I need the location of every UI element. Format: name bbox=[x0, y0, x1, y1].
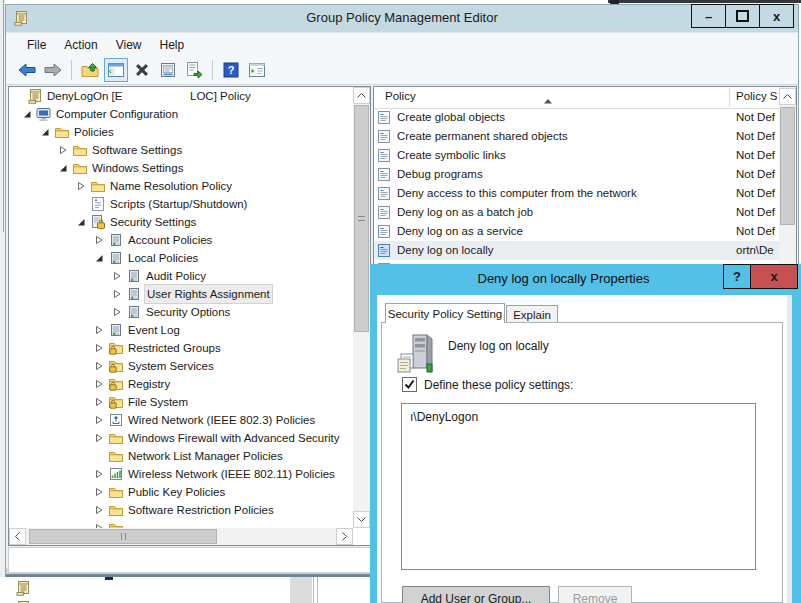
expand-collapsed-icon[interactable] bbox=[95, 325, 108, 335]
expand-collapsed-icon[interactable] bbox=[59, 145, 72, 155]
policy-row[interactable]: Debug programsNot Def bbox=[374, 165, 779, 184]
policy-row[interactable]: Deny log on as a batch jobNot Def bbox=[374, 203, 779, 222]
tree-item-label[interactable]: Security Options bbox=[144, 303, 232, 321]
tree-item-label[interactable]: Audit Policy bbox=[144, 267, 208, 285]
tree-item-label[interactable]: Registry bbox=[126, 375, 172, 393]
tree-item[interactable]: DenyLogOn [ELOC] Policy bbox=[9, 87, 353, 105]
expand-collapsed-icon[interactable] bbox=[95, 505, 108, 515]
tree-item-label[interactable]: Scripts (Startup/Shutdown) bbox=[108, 195, 249, 213]
delete-toolbar-button[interactable] bbox=[130, 58, 154, 82]
tree-item[interactable]: System Services bbox=[9, 357, 353, 375]
column-divider[interactable] bbox=[729, 88, 730, 107]
expand-collapsed-icon[interactable] bbox=[95, 469, 108, 479]
tree-item-label[interactable]: Restricted Groups bbox=[126, 339, 223, 357]
tab-explain[interactable]: Explain bbox=[506, 305, 558, 323]
tree-root-label-right[interactable]: LOC] Policy bbox=[190, 87, 251, 105]
expand-collapsed-icon[interactable] bbox=[95, 415, 108, 425]
define-policy-checkbox[interactable] bbox=[402, 377, 417, 392]
tree-item-label[interactable]: Windows Firewall with Advanced Security bbox=[126, 429, 342, 447]
tree-item-label[interactable]: Security Settings bbox=[108, 213, 198, 231]
dialog-help-button[interactable]: ? bbox=[723, 264, 751, 289]
menu-view[interactable]: View bbox=[107, 35, 151, 55]
forward-toolbar-button[interactable] bbox=[41, 58, 65, 82]
scroll-down-icon[interactable] bbox=[353, 511, 370, 528]
tree-item-label[interactable]: Account Policies bbox=[126, 231, 214, 249]
tree-item-label[interactable]: Software Settings bbox=[90, 141, 184, 159]
scroll-left-icon[interactable] bbox=[9, 528, 26, 545]
policy-row[interactable]: Deny log on as a serviceNot Def bbox=[374, 222, 779, 241]
menu-help[interactable]: Help bbox=[151, 35, 194, 55]
back-toolbar-button[interactable] bbox=[15, 58, 39, 82]
expand-expanded-icon[interactable] bbox=[95, 253, 108, 263]
expand-collapsed-icon[interactable] bbox=[95, 433, 108, 443]
tree-item-selected[interactable]: User Rights Assignment bbox=[9, 285, 353, 303]
tree-item[interactable]: Software Settings bbox=[9, 141, 353, 159]
tree-item[interactable]: Audit Policy bbox=[9, 267, 353, 285]
policy-row[interactable]: Create global objectsNot Def bbox=[374, 108, 779, 127]
tree-item-label[interactable]: DenyLogOn [E bbox=[45, 87, 124, 105]
tree-item-label[interactable]: Name Resolution Policy bbox=[108, 177, 234, 195]
policy-row[interactable]: Deny access to this computer from the ne… bbox=[374, 184, 779, 203]
tree-item[interactable]: Windows Firewall with Advanced Security bbox=[9, 429, 353, 447]
expand-collapsed-icon[interactable] bbox=[77, 181, 90, 191]
expand-collapsed-icon[interactable] bbox=[113, 307, 126, 317]
tree-item-label[interactable]: Public Key Policies bbox=[126, 483, 227, 501]
expand-expanded-icon[interactable] bbox=[77, 217, 90, 227]
dialog-close-button[interactable]: x bbox=[750, 264, 798, 289]
tree-hscroll-thumb[interactable] bbox=[29, 529, 217, 544]
folder-up-toolbar-button[interactable] bbox=[78, 58, 102, 82]
tree-item-label[interactable]: Computer Configuration bbox=[54, 105, 180, 123]
tree-item[interactable]: Restricted Groups bbox=[9, 339, 353, 357]
expand-collapsed-icon[interactable] bbox=[113, 289, 126, 299]
tree-item[interactable]: Wired Network (IEEE 802.3) Policies bbox=[9, 411, 353, 429]
tree-item[interactable]: Policies bbox=[9, 123, 353, 141]
console-tree-toolbar-button[interactable] bbox=[245, 58, 269, 82]
tree-item[interactable]: Event Log bbox=[9, 321, 353, 339]
dialog-titlebar[interactable]: Deny log on locally Properties ? x bbox=[370, 264, 801, 295]
tree-horizontal-scrollbar[interactable] bbox=[9, 528, 353, 545]
expand-collapsed-icon[interactable] bbox=[95, 397, 108, 407]
scroll-up-icon[interactable] bbox=[353, 87, 370, 104]
maximize-button[interactable] bbox=[725, 4, 760, 28]
tree-item[interactable]: Network List Manager Policies bbox=[9, 447, 353, 465]
tree-item[interactable]: Account Policies bbox=[9, 231, 353, 249]
menu-file[interactable]: File bbox=[18, 35, 55, 55]
tree-item[interactable]: Wireless Network (IEEE 802.11) Policies bbox=[9, 465, 353, 483]
tree-item[interactable]: Local Policies bbox=[9, 249, 353, 267]
tree-item[interactable]: Scripts (Startup/Shutdown) bbox=[9, 195, 353, 213]
expand-collapsed-icon[interactable] bbox=[113, 271, 126, 281]
tree-vertical-scrollbar[interactable] bbox=[353, 87, 370, 528]
tree-item-label[interactable]: Wired Network (IEEE 802.3) Policies bbox=[126, 411, 317, 429]
expand-collapsed-icon[interactable] bbox=[95, 343, 108, 353]
expand-expanded-icon[interactable] bbox=[23, 109, 36, 119]
expand-expanded-icon[interactable] bbox=[59, 163, 72, 173]
help-toolbar-button[interactable]: ? bbox=[219, 58, 243, 82]
tree-item-label[interactable]: Event Log bbox=[126, 321, 182, 339]
tree-scroll-thumb[interactable] bbox=[354, 105, 369, 332]
policy-row-selected[interactable]: Deny log on locallyortn\De bbox=[374, 241, 779, 260]
tree-item[interactable]: Computer Configuration bbox=[9, 105, 353, 123]
list-scroll-thumb[interactable] bbox=[780, 107, 795, 225]
add-user-or-group-button[interactable]: Add User or Group... bbox=[402, 586, 550, 603]
tree-item-label[interactable]: Local Policies bbox=[126, 249, 200, 267]
properties-toolbar-button[interactable] bbox=[156, 58, 180, 82]
policy-row[interactable]: Create symbolic linksNot Def bbox=[374, 146, 779, 165]
tree-item-label[interactable]: File System bbox=[126, 393, 190, 411]
tree-item-label[interactable]: User Rights Assignment bbox=[144, 284, 273, 304]
close-button[interactable]: x bbox=[759, 4, 794, 28]
tree-item[interactable]: Security Settings bbox=[9, 213, 353, 231]
tree-item[interactable]: Registry bbox=[9, 375, 353, 393]
console-window-toolbar-button[interactable] bbox=[104, 58, 128, 82]
tree-item[interactable] bbox=[9, 519, 353, 528]
minimize-button[interactable]: – bbox=[691, 4, 726, 28]
policy-row[interactable]: Create permanent shared objectsNot Def bbox=[374, 127, 779, 146]
expand-collapsed-icon[interactable] bbox=[95, 379, 108, 389]
tree-item[interactable]: Windows Settings bbox=[9, 159, 353, 177]
tree-item[interactable]: Name Resolution Policy bbox=[9, 177, 353, 195]
listbox-entry[interactable]: ı\DenyLogon bbox=[402, 404, 755, 424]
column-header-policy[interactable]: Policy bbox=[385, 90, 416, 102]
tree-item-label[interactable]: Windows Settings bbox=[90, 159, 185, 177]
window-titlebar[interactable]: Group Policy Management Editor – x bbox=[6, 5, 798, 32]
export-list-toolbar-button[interactable] bbox=[182, 58, 206, 82]
tree-item-label[interactable]: System Services bbox=[126, 357, 216, 375]
